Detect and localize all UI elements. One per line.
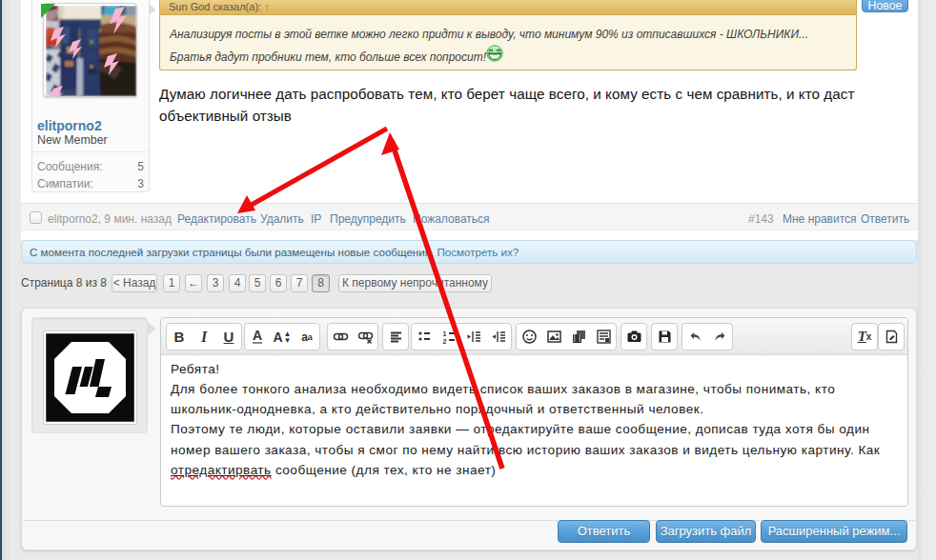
svg-text:1: 1	[442, 330, 446, 337]
svg-text:2: 2	[442, 338, 446, 345]
